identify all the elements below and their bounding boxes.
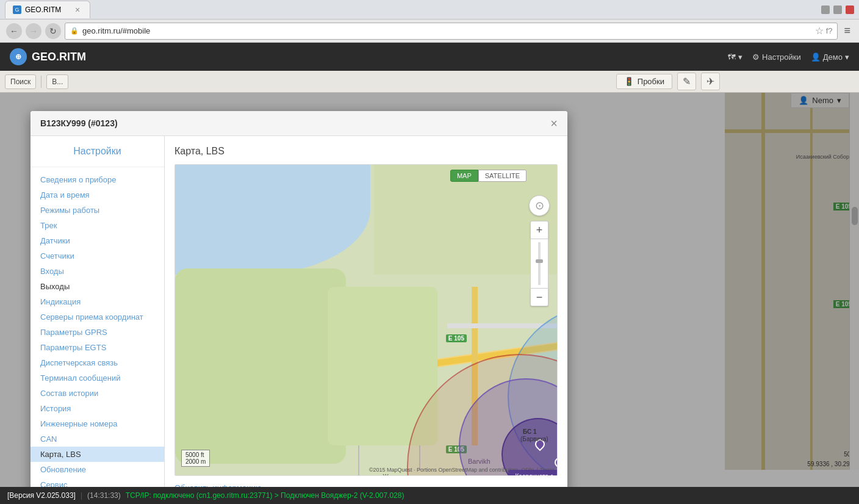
map-canvas: E 105 E 105 E 105 А-106 Рублёво-Успенско…: [175, 165, 557, 475]
tab-title: GEO.RITM: [25, 5, 61, 14]
sidebar-item-service[interactable]: Сервис: [31, 477, 164, 487]
browser-controls: ← → ↻ 🔒 geo.ritm.ru/#mobile ☆ f? ≡: [0, 20, 859, 43]
pencil-button[interactable]: ✎: [677, 73, 696, 90]
close-icon[interactable]: [846, 5, 854, 14]
modal-overlay: В123КУ999 (#0123) × Настройки Сведения о…: [0, 93, 859, 487]
modal-body: Настройки Сведения о приборе Дата и врем…: [31, 136, 567, 487]
app-header: ⊕ GEO.RITM 🗺 ▾ ⚙ Настройки 👤 Демо ▾: [0, 43, 859, 71]
probki-icon: 🚦: [624, 77, 634, 86]
toolbar-separator: [41, 76, 41, 88]
app-logo: ⊕ GEO.RITM: [10, 48, 86, 65]
status-separator1: |: [81, 491, 82, 500]
sidebar-item-indication[interactable]: Индикация: [31, 294, 164, 309]
sidebar-item-gprs[interactable]: Параметры GPRS: [31, 325, 164, 340]
scale-ft-label: 5000 ft: [185, 452, 206, 458]
browser-tab[interactable]: G GEO.RITM ×: [5, 1, 90, 18]
browser-titlebar: G GEO.RITM ×: [0, 0, 859, 20]
map-type-satellite-button[interactable]: SATELLITE: [478, 170, 527, 182]
search-button[interactable]: Поиск: [5, 74, 36, 89]
sidebar-item-sensors[interactable]: Датчики: [31, 233, 164, 248]
map-icon: 🗺: [728, 52, 736, 62]
scale-bar: 5000 ft 2000 m: [181, 450, 210, 467]
sidebar-item-track[interactable]: Трек: [31, 218, 164, 233]
place-zhukovka: Жуковка: [383, 473, 409, 476]
map-service-btn[interactable]: 🗺 ▾: [728, 52, 742, 62]
extensions-button[interactable]: f?: [826, 26, 833, 35]
address-text: geo.ritm.ru/#mobile: [82, 26, 815, 35]
sidebar-title: Настройки: [31, 146, 164, 167]
status-bar: [Версия V2.025.033] | (14:31:33) TCP/IP:…: [0, 487, 859, 504]
demo-label: Демо: [823, 52, 843, 62]
map-zoom-out-button[interactable]: −: [530, 288, 548, 306]
settings-label: Настройки: [762, 52, 801, 62]
map-controls: ⊙ + −: [529, 195, 550, 306]
probki-label: Пробки: [638, 77, 664, 86]
star-button[interactable]: ☆: [815, 25, 824, 37]
marker-bs1: БС 1 (Барвиха): [535, 439, 545, 449]
map-service-dropdown: ▾: [738, 52, 742, 62]
app-toolbar: Поиск В... 🚦 Пробки ✎ ✈: [0, 71, 859, 93]
sidebar-item-coord-servers[interactable]: Серверы приема координат: [31, 309, 164, 325]
minimize-icon[interactable]: [821, 5, 830, 14]
send-button[interactable]: ✈: [701, 73, 720, 90]
sidebar-item-work-modes[interactable]: Режимы работы: [31, 203, 164, 218]
user-button[interactable]: 👤 Демо ▾: [811, 52, 849, 62]
sidebar-item-counters[interactable]: Счетчики: [31, 248, 164, 264]
main-panel: Карта, LBS: [165, 136, 567, 487]
sidebar-item-eng-numbers[interactable]: Инженерные номера: [31, 416, 164, 431]
sidebar-item-outputs: Выходы: [31, 279, 164, 294]
map-zoom-slider[interactable]: [530, 239, 548, 288]
address-bar[interactable]: 🔒 geo.ritm.ru/#mobile ☆ f?: [65, 23, 838, 40]
sidebar: Настройки Сведения о приборе Дата и врем…: [31, 136, 165, 487]
version-label: [Версия V2.025.033]: [7, 491, 76, 500]
sidebar-item-map-lbs[interactable]: Карта, LBS: [31, 447, 164, 462]
settings-icon: ⚙: [752, 52, 760, 62]
app-logo-text: GEO.RITM: [32, 51, 86, 63]
header-actions: 🗺 ▾ ⚙ Настройки 👤 Демо ▾: [728, 52, 849, 62]
sidebar-item-egts[interactable]: Параметры EGTS: [31, 340, 164, 355]
app-area: ⊕ GEO.RITM 🗺 ▾ ⚙ Настройки 👤 Демо ▾: [0, 43, 859, 504]
tab-favicon: G: [13, 5, 21, 14]
user-icon: 👤: [811, 52, 821, 62]
tab-close-button[interactable]: ×: [73, 5, 82, 15]
modal-header: В123КУ999 (#0123) ×: [31, 111, 567, 136]
modal-dialog: В123КУ999 (#0123) × Настройки Сведения о…: [31, 111, 567, 487]
scale-m-label: 2000 m: [185, 458, 206, 465]
probki-button[interactable]: 🚦 Пробки: [616, 74, 672, 89]
forward-button[interactable]: →: [26, 23, 41, 39]
map-container[interactable]: E 105 E 105 E 105 А-106 Рублёво-Успенско…: [174, 164, 558, 476]
map-type-map-button[interactable]: MAP: [450, 170, 478, 182]
sidebar-item-dispatch[interactable]: Диспетчерская связь: [31, 355, 164, 370]
sidebar-item-date-time[interactable]: Дата и время: [31, 187, 164, 203]
lock-icon: 🔒: [70, 27, 79, 35]
sidebar-item-history[interactable]: История: [31, 401, 164, 416]
sidebar-item-update[interactable]: Обновление: [31, 462, 164, 477]
browser-menu-button[interactable]: ≡: [841, 24, 853, 37]
vehicles-button[interactable]: В...: [46, 74, 68, 89]
map-zoom-in-button[interactable]: +: [530, 221, 548, 239]
connection-text: TCP/IP: подключено (cn1.geo.ritm.ru:2377…: [126, 491, 404, 500]
e105-badge-1: E 105: [446, 334, 467, 342]
time-label: (14:31:33): [87, 491, 121, 500]
map-compass-button[interactable]: ⊙: [529, 195, 550, 216]
back-button[interactable]: ←: [6, 23, 22, 39]
panel-title: Карта, LBS: [174, 146, 558, 157]
map-river2: [236, 165, 358, 238]
map-tooltip-coord: Координата снавигационногоприёмника: [508, 470, 558, 476]
modal-title: В123КУ999 (#0123): [40, 118, 118, 128]
sidebar-item-messages[interactable]: Терминал сообщений: [31, 370, 164, 386]
map-forest1: [175, 268, 346, 464]
logo-icon: ⊕: [10, 48, 27, 65]
sidebar-item-can[interactable]: CAN: [31, 431, 164, 447]
refresh-button[interactable]: ↻: [45, 23, 61, 39]
settings-button[interactable]: ⚙ Настройки: [752, 52, 801, 62]
map-type-buttons: MAP SATELLITE: [450, 170, 527, 182]
sidebar-item-history-comp[interactable]: Состав истории: [31, 386, 164, 401]
demo-chevron: ▾: [845, 52, 849, 62]
sidebar-item-device-info[interactable]: Сведения о приборе: [31, 172, 164, 187]
sidebar-item-inputs[interactable]: Входы: [31, 264, 164, 279]
maximize-icon[interactable]: [833, 5, 842, 14]
marker-bs2: БС 2: [555, 458, 558, 467]
update-link[interactable]: Обновить информацию: [174, 483, 558, 487]
modal-close-button[interactable]: ×: [550, 117, 558, 129]
